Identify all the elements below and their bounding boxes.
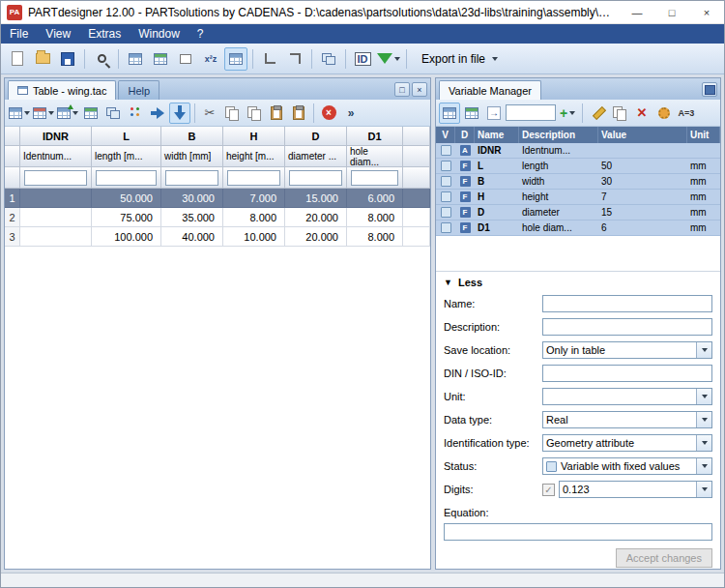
visibility-icon[interactable]	[441, 191, 451, 202]
dropdown-button[interactable]	[696, 482, 711, 497]
dropdown-button[interactable]	[696, 389, 711, 404]
table-view-icon[interactable]	[224, 47, 247, 71]
add-variable-button[interactable]: +	[557, 103, 578, 124]
datasheet-icon[interactable]	[124, 47, 147, 71]
tab-table-wing-tac[interactable]: Table - wing.tac	[8, 80, 116, 100]
tab-variable-manager[interactable]: Variable Manager	[439, 80, 541, 100]
cell-d[interactable]: 20.000	[285, 227, 347, 247]
copy-icon[interactable]	[221, 103, 243, 124]
cell-d[interactable]: 15.000	[285, 189, 347, 208]
filter-input-idnr[interactable]	[24, 170, 87, 186]
variable-row[interactable]: F D1 hole diam... 6 mm	[436, 220, 720, 236]
copy-table-icon[interactable]	[244, 103, 265, 124]
save-location-select[interactable]: Only in table	[542, 341, 712, 359]
menu-help[interactable]: ?	[188, 24, 213, 44]
panel-float-button[interactable]: □	[394, 82, 410, 97]
column-header-d1[interactable]: D1	[347, 127, 403, 146]
menu-window[interactable]: Window	[130, 24, 188, 44]
cell-idnr[interactable]	[20, 227, 92, 247]
zoom-icon[interactable]	[90, 47, 113, 71]
cell-b[interactable]: 30.000	[161, 189, 223, 208]
cell-idnr[interactable]	[20, 189, 92, 208]
auto-name-icon[interactable]: A=3	[676, 103, 697, 124]
edit-table-icon[interactable]	[32, 103, 55, 124]
filter-input-h[interactable]	[227, 170, 280, 186]
visibility-icon[interactable]	[441, 176, 451, 187]
cell-b[interactable]: 40.000	[161, 227, 223, 247]
cell-d1[interactable]: 6.000	[347, 189, 403, 208]
cell-d1[interactable]: 8.000	[347, 208, 403, 227]
column-header-d[interactable]: D	[285, 127, 347, 146]
dropdown-button[interactable]	[696, 435, 711, 451]
table-row[interactable]: 2 75.000 35.000 8.000 20.000 8.000	[5, 208, 430, 227]
variable-row[interactable]: F D diameter 15 mm	[436, 205, 720, 220]
variable-filter-input[interactable]	[506, 104, 556, 121]
menu-file[interactable]: File	[1, 24, 37, 44]
filter-input-d[interactable]	[289, 170, 342, 186]
menu-extras[interactable]: Extras	[79, 24, 130, 44]
column-header-l[interactable]: L	[92, 127, 161, 146]
cell-l[interactable]: 100.000	[92, 227, 161, 247]
save-icon[interactable]	[56, 47, 79, 71]
row-number[interactable]: 2	[5, 208, 20, 227]
cell-l[interactable]: 50.000	[92, 189, 161, 208]
row-number[interactable]: 3	[5, 227, 20, 247]
column-header-idnr[interactable]: IDNR	[20, 127, 92, 146]
col-header-d[interactable]: D	[455, 127, 475, 143]
cell-b[interactable]: 35.000	[161, 208, 223, 227]
col-header-v[interactable]: V	[436, 127, 455, 143]
link-tables-icon[interactable]	[317, 47, 340, 71]
dimension-icon[interactable]	[258, 47, 281, 71]
toolbar-overflow-chevron[interactable]: »	[340, 103, 362, 124]
new-table-icon[interactable]	[8, 103, 31, 124]
dimension-alt-icon[interactable]	[283, 47, 306, 71]
filter-input-b[interactable]	[165, 170, 218, 186]
formula-variables-icon[interactable]: x²z	[199, 47, 222, 71]
apply-check-icon[interactable]	[376, 47, 401, 71]
measure-box-icon[interactable]	[174, 47, 197, 71]
cell-idnr[interactable]	[20, 208, 92, 227]
column-header-b[interactable]: B	[161, 127, 223, 146]
filter-input-d1[interactable]	[351, 170, 398, 186]
visibility-icon[interactable]	[441, 207, 451, 218]
identification-type-select[interactable]: Geometry attribute	[542, 434, 712, 452]
variable-row[interactable]: F B width 30 mm	[436, 174, 720, 190]
column-header-h[interactable]: H	[223, 127, 285, 146]
transfer-down-icon[interactable]	[169, 103, 190, 124]
edit-variable-icon[interactable]	[587, 103, 608, 124]
visibility-icon[interactable]	[441, 222, 451, 233]
variables-list-view-icon[interactable]	[461, 103, 482, 124]
variable-row[interactable]: F L length 50 mm	[436, 159, 720, 174]
less-toggle[interactable]: ▼ Less	[436, 272, 720, 293]
open-file-icon[interactable]	[31, 47, 54, 71]
variable-settings-icon[interactable]	[653, 103, 675, 124]
tab-help[interactable]: Help	[118, 80, 160, 100]
merge-tables-icon[interactable]	[102, 103, 124, 124]
cut-icon[interactable]: ✂	[199, 103, 220, 124]
dropdown-button[interactable]	[696, 412, 711, 427]
cell-h[interactable]: 7.000	[223, 189, 285, 208]
duplicate-variable-icon[interactable]	[609, 103, 630, 124]
variables-grid-view-icon[interactable]	[439, 103, 460, 124]
cell-h[interactable]: 8.000	[223, 208, 285, 227]
data-type-select[interactable]: Real	[542, 411, 712, 428]
table-row[interactable]: 3 100.000 40.000 10.000 20.000 8.000	[5, 227, 430, 247]
paste-icon[interactable]	[266, 103, 287, 124]
panel-close-button[interactable]: ×	[412, 82, 427, 97]
digits-select[interactable]: 0.123	[559, 481, 712, 498]
col-header-name[interactable]: Name	[475, 127, 519, 143]
name-input[interactable]	[542, 295, 712, 312]
append-row-icon[interactable]	[80, 103, 102, 124]
description-input[interactable]	[542, 318, 712, 336]
delete-icon[interactable]: ×	[318, 103, 339, 124]
minimize-button[interactable]: —	[620, 1, 654, 23]
visibility-icon[interactable]	[441, 161, 451, 171]
din-iso-input[interactable]	[542, 365, 712, 382]
status-select[interactable]: Variable with fixed values	[542, 457, 712, 475]
preview-icon[interactable]	[149, 47, 172, 71]
delete-variable-icon[interactable]: ✕	[631, 103, 652, 124]
col-header-unit[interactable]: Unit	[687, 127, 720, 143]
variable-row[interactable]: F H height 7 mm	[436, 190, 720, 205]
menu-view[interactable]: View	[37, 24, 79, 44]
panel-menu-button[interactable]	[702, 82, 717, 97]
